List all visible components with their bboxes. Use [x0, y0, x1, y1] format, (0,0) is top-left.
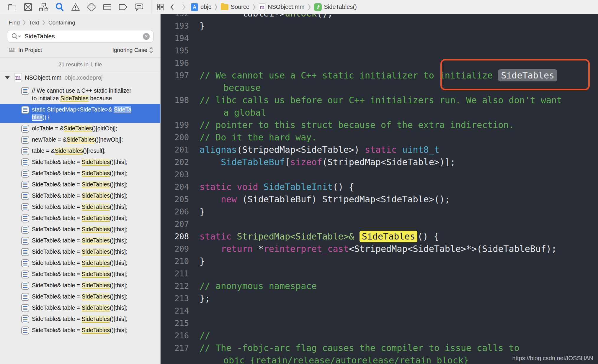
chevron-separator-icon [252, 4, 256, 10]
search-result-row[interactable]: SideTable& table = SideTables()[this]; [0, 224, 160, 235]
search-input[interactable] [7, 30, 153, 42]
toolbar: A objc Source m NSObject.mm f Si [0, 0, 598, 14]
code-line: 214 [161, 305, 598, 317]
code-line: 196 [161, 57, 598, 69]
breadcrumb-group[interactable]: Source [221, 4, 249, 10]
search-result-row[interactable]: SideTable& table = SideTables()[this]; [0, 313, 160, 324]
report-navigator-icon[interactable] [133, 2, 145, 12]
result-text: to initialize SideTables because [32, 94, 157, 102]
search-result-row[interactable]: SideTable& table = SideTables()[this]; [0, 235, 160, 246]
disclosure-triangle-icon[interactable] [5, 76, 10, 79]
code-text: table1->unlock(); [200, 14, 333, 20]
search-result-row[interactable]: SideTable& table = SideTables()[this]; [0, 280, 160, 291]
search-result-row[interactable]: table = &SideTables()[result]; [0, 145, 160, 156]
source-control-navigator-icon[interactable] [22, 2, 34, 12]
line-number: 203 [161, 168, 189, 181]
find-highlight: SideTables [360, 231, 418, 242]
code-text: // libc calls us before our C++ initiali… [200, 94, 562, 106]
result-text: SideTable& table = SideTables()[this]; [32, 203, 157, 211]
line-number: 197 [161, 69, 189, 82]
result-snippet-icon [21, 203, 29, 211]
search-result-row[interactable]: newTable = &SideTables()[newObj]; [0, 134, 160, 145]
chevron-separator-icon [23, 20, 26, 26]
line-number: 211 [161, 268, 189, 280]
result-snippet-icon [21, 192, 29, 200]
breadcrumb-file[interactable]: m NSObject.mm [259, 3, 304, 11]
search-result-row[interactable]: SideTable& table = SideTables()[this]; [0, 268, 160, 280]
result-snippet-icon [21, 125, 29, 133]
find-scope-text[interactable]: Text [29, 19, 39, 26]
search-navigator-icon[interactable] [54, 2, 66, 12]
code-line: 201alignas(StripedMap<SideTable>) static… [161, 144, 598, 156]
search-result-row[interactable]: SideTable& table = SideTables()[this]; [0, 168, 160, 179]
stepper-icon [149, 47, 153, 54]
clear-search-button[interactable]: ✕ [143, 33, 150, 40]
code-text: a global [223, 106, 266, 119]
search-result-row[interactable]: SideTable& table = SideTables()[this]; [0, 190, 160, 201]
result-text: SideTable& table = SideTables()[this]; [32, 315, 157, 323]
search-result-row[interactable]: SideTable& table = SideTables()[this]; [0, 257, 160, 268]
search-result-row[interactable]: oldTable = &SideTables()[oldObj]; [0, 123, 160, 134]
search-result-row[interactable]: SideTable& table = SideTables()[this]; [0, 302, 160, 313]
breakpoint-navigator-icon[interactable] [117, 2, 129, 12]
find-scope-bar[interactable]: Find Text Containing [0, 14, 160, 26]
search-result-row[interactable]: SideTable& table = SideTables()[this]; [0, 179, 160, 190]
chevron-separator-icon [42, 20, 45, 26]
search-result-row[interactable]: SideTable& table = SideTables()[this]; [0, 324, 160, 336]
search-result-row[interactable]: static StripedMap<SideTable>& SideTables… [0, 104, 160, 123]
search-results-list: // We cannot use a C++ static initialize… [0, 85, 160, 336]
search-result-row[interactable]: SideTable& table = SideTables()[this]; [0, 156, 160, 168]
breadcrumb-label: objc [200, 4, 211, 10]
find-scope-containing[interactable]: Containing [48, 19, 75, 26]
breadcrumb-label: Source [231, 4, 249, 10]
search-result-row[interactable]: SideTable& table = SideTables()[this]; [0, 291, 160, 302]
search-icon[interactable] [11, 33, 21, 41]
code-line: 197// We cannot use a C++ static initial… [161, 69, 598, 82]
code-text: // Do it the hard way. [200, 131, 317, 144]
file-header-row[interactable]: m NSObject.mm objc.xcodeproj [0, 71, 160, 84]
result-text: SideTable& table = SideTables()[this]; [32, 225, 157, 233]
code-text: because [223, 82, 261, 94]
project-navigator-icon[interactable] [6, 2, 18, 12]
match-case-dropdown[interactable]: Ignoring Case [112, 47, 153, 54]
related-items-icon[interactable] [154, 2, 166, 12]
result-snippet-icon [21, 259, 29, 267]
result-text: SideTable& table = SideTables()[this]; [32, 259, 157, 267]
breadcrumb-function[interactable]: f SideTables() [314, 3, 357, 11]
line-number: 195 [161, 45, 189, 57]
watermark: https://blog.csdn.net/IOSSHAN [512, 355, 593, 362]
test-navigator-icon[interactable] [86, 2, 97, 12]
find-scope-find[interactable]: Find [9, 19, 20, 26]
search-result-row[interactable]: SideTable& table = SideTables()[this]; [0, 201, 160, 212]
breadcrumb-project[interactable]: A objc [191, 3, 211, 11]
debug-navigator-icon[interactable] [101, 2, 113, 12]
line-number: 204 [161, 181, 189, 193]
code-text: } [200, 255, 205, 268]
result-text: SideTable& table = SideTables()[this]; [32, 158, 157, 166]
issue-navigator-icon[interactable] [70, 2, 81, 12]
code-line: 194 [161, 32, 598, 45]
search-result-row[interactable]: SideTable& table = SideTables()[this]; [0, 246, 160, 257]
forward-button[interactable] [178, 2, 190, 12]
code-text: } [200, 206, 205, 218]
line-number: 198 [161, 94, 189, 106]
xcode-window: A objc Source m NSObject.mm f Si [0, 0, 598, 364]
back-button[interactable] [166, 2, 178, 12]
code-editor[interactable]: 192 table1->unlock();193}194195196197// … [161, 14, 598, 364]
code-line: 192 table1->unlock(); [161, 14, 598, 20]
symbol-navigator-icon[interactable] [38, 2, 50, 12]
code-lines: 192 table1->unlock();193}194195196197// … [161, 14, 598, 364]
result-text: SideTable& table = SideTables()[this]; [32, 169, 157, 177]
result-text: SideTable& table = SideTables()[this]; [32, 237, 157, 244]
app-project-icon: A [191, 3, 198, 11]
code-line: 199// pointer to this struct because of … [161, 119, 598, 131]
result-snippet-icon [21, 315, 29, 323]
result-text: SideTable& table = SideTables()[this]; [32, 293, 157, 300]
code-line: 195 [161, 45, 598, 57]
search-result-row[interactable]: // We cannot use a C++ static initialize… [0, 85, 160, 104]
line-number: 217 [161, 342, 189, 354]
result-snippet-icon [21, 293, 29, 301]
search-result-row[interactable]: SideTable& table = SideTables()[this]; [0, 212, 160, 224]
code-text: } [200, 20, 205, 32]
search-scope-button[interactable]: In Project [8, 47, 42, 53]
